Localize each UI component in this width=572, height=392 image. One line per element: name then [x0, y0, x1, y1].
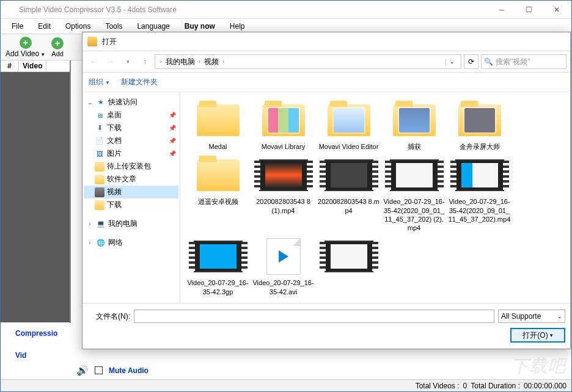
nav-recent-button[interactable]: ▾: [120, 54, 135, 69]
total-videos-value: 0: [463, 382, 468, 390]
folder-item[interactable]: 逍遥安卓视频: [185, 153, 251, 234]
add-button[interactable]: + Add: [49, 34, 66, 60]
breadcrumb-sub[interactable]: 视频: [203, 57, 220, 67]
menu-language[interactable]: Language: [131, 21, 175, 32]
folder-item[interactable]: Medal: [185, 98, 251, 153]
pin-icon: 📌: [169, 112, 176, 118]
window-title: Simple Video Compressor V3.5 - 4dots Sof…: [19, 5, 488, 14]
tree-pictures[interactable]: 🖼图片📌: [84, 147, 178, 160]
search-icon: 🔍: [484, 57, 493, 66]
tree-quick-access[interactable]: ⌄★快速访问: [84, 96, 178, 109]
folder-icon: [87, 37, 97, 46]
tree-downloads2[interactable]: 下载: [84, 198, 178, 211]
video-item[interactable]: Video_20-07-29_16-35-42(2020_09_01_11_45…: [381, 153, 447, 234]
open-dialog: 打开 ← → ▾ ↑ › 我的电脑 › 视频 › ⌄ ⟳ 🔍 搜索"视频" 组织…: [82, 32, 571, 349]
total-videos-label: Total Videos :: [416, 382, 460, 390]
tree-network[interactable]: ›🌐网络: [84, 236, 178, 249]
nav-back-button[interactable]: ←: [86, 54, 101, 69]
filetype-combo[interactable]: All Supporte⌄: [498, 310, 565, 323]
tree-desktop[interactable]: 🖥桌面📌: [84, 109, 178, 122]
video-item[interactable]: 2020082803543 8 (1).mp4: [251, 153, 316, 234]
nav-tree: ⌄★快速访问 🖥桌面📌 ⬇下载📌 📄文档📌 🖼图片📌 待上传安装包 软件文章 视…: [82, 92, 180, 303]
filename-label: 文件名(N):: [87, 311, 130, 322]
file-grid: Medal Movavi Library Movavi Video Editor…: [180, 92, 570, 303]
nav-up-button[interactable]: ↑: [138, 54, 152, 69]
menu-tools[interactable]: Tools: [99, 21, 128, 32]
tree-downloads[interactable]: ⬇下载📌: [84, 122, 178, 134]
menu-options[interactable]: Options: [59, 21, 97, 32]
dialog-title: 打开: [102, 37, 117, 47]
close-button[interactable]: ✕: [543, 1, 570, 18]
menu-buynow[interactable]: Buy now: [178, 21, 221, 32]
file-table: # Video: [1, 60, 71, 323]
mute-checkbox[interactable]: [95, 366, 103, 374]
add-video-label: Add Video: [6, 49, 39, 58]
folder-item[interactable]: 捕获: [381, 98, 447, 153]
video-item[interactable]: Video_20-07-29_16-35-42(2020_09_01_11_45…: [447, 153, 512, 234]
add-video-button[interactable]: + Add Video▼: [3, 34, 48, 60]
breadcrumb-root[interactable]: 我的电脑: [164, 57, 196, 67]
search-placeholder: 搜索"视频": [496, 57, 530, 67]
maximize-button[interactable]: ☐: [515, 1, 543, 18]
tree-documents[interactable]: 📄文档📌: [84, 134, 178, 147]
col-header-video[interactable]: Video: [19, 60, 46, 71]
menu-file[interactable]: File: [6, 21, 29, 32]
chevron-icon: ›: [199, 59, 200, 65]
address-bar[interactable]: › 我的电脑 › 视频 › ⌄: [155, 54, 461, 69]
plus-icon: +: [51, 37, 64, 49]
refresh-button[interactable]: ⟳: [464, 54, 479, 69]
video-item[interactable]: Video_20-07-29_16-35-42.3gp: [185, 234, 251, 299]
organize-button[interactable]: 组织▼: [89, 77, 110, 87]
statusbar: Total Videos : 0 Total Duration : 00:00:…: [1, 379, 571, 391]
total-duration-label: Total Duration :: [471, 382, 520, 390]
folder-item[interactable]: Movavi Video Editor: [316, 98, 381, 153]
minimize-button[interactable]: ─: [488, 1, 515, 18]
app-icon: [6, 5, 15, 15]
tree-videos[interactable]: 视频: [84, 186, 178, 198]
tree-mypc[interactable]: ›💻我的电脑: [84, 217, 178, 230]
newfolder-button[interactable]: 新建文件夹: [121, 77, 158, 87]
folder-item[interactable]: Movavi Library: [251, 98, 316, 153]
menu-edit[interactable]: Edit: [32, 21, 57, 32]
col-header-hash[interactable]: #: [1, 60, 19, 71]
titlebar: Simple Video Compressor V3.5 - 4dots Sof…: [1, 1, 571, 19]
nav-forward-button[interactable]: →: [103, 54, 118, 69]
chevron-icon: ›: [222, 59, 224, 65]
mute-label: Mute Audio: [109, 366, 148, 375]
folder-item[interactable]: 金舟录屏大师: [447, 98, 512, 153]
total-duration-value: 00:00:00.000: [524, 382, 566, 390]
video-item[interactable]: 2020082803543 8.mp4: [316, 153, 381, 234]
tree-pending[interactable]: 待上传安装包: [84, 160, 178, 173]
chevron-icon: ›: [160, 59, 162, 65]
pin-icon: 📌: [169, 150, 176, 157]
dialog-titlebar: 打开: [82, 32, 570, 51]
video-item[interactable]: Video_20-07-29_16-35-42.avi: [251, 234, 316, 299]
speaker-icon: 🔊: [76, 365, 89, 376]
plus-icon: +: [20, 37, 32, 49]
pin-icon: 📌: [169, 137, 176, 144]
video-link[interactable]: Vid: [3, 349, 569, 362]
add-label: Add: [51, 50, 64, 57]
dropdown-icon: ▼: [40, 52, 45, 57]
video-item[interactable]: [316, 234, 381, 299]
file-table-body: [1, 72, 70, 322]
open-button[interactable]: 打开(O) ▾: [510, 328, 565, 343]
menu-help[interactable]: Help: [224, 21, 251, 32]
search-input[interactable]: 🔍 搜索"视频": [481, 54, 566, 69]
filename-input[interactable]: [134, 310, 494, 323]
pin-icon: 📌: [169, 125, 176, 131]
address-dropdown-icon[interactable]: ⌄: [446, 59, 458, 65]
tree-articles[interactable]: 软件文章: [84, 173, 178, 186]
